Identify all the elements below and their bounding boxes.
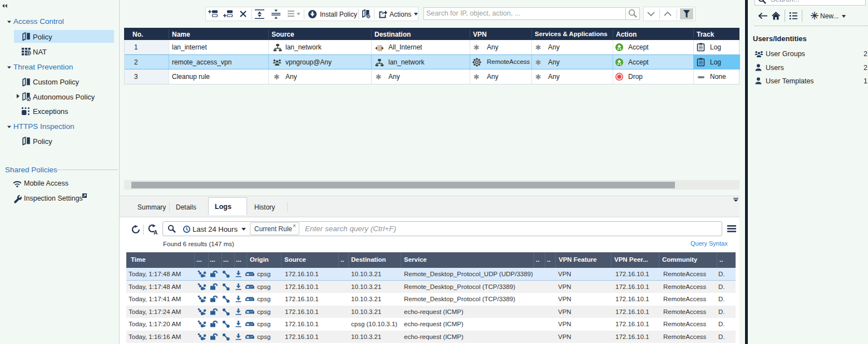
svg-text:A: A <box>154 230 157 236</box>
